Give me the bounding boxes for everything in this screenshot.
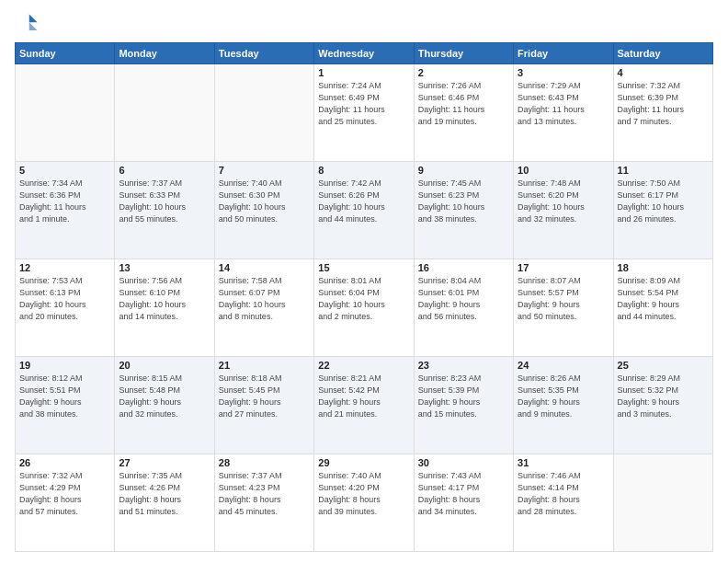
calendar-cell: 10Sunrise: 7:48 AM Sunset: 6:20 PM Dayli… (514, 162, 613, 259)
weekday-header-tuesday: Tuesday (214, 43, 313, 64)
day-info: Sunrise: 7:40 AM Sunset: 4:20 PM Dayligh… (318, 470, 409, 518)
day-info: Sunrise: 7:48 AM Sunset: 6:20 PM Dayligh… (518, 178, 609, 225)
calendar-cell (214, 64, 313, 162)
day-number: 19 (19, 360, 110, 371)
day-number: 9 (418, 165, 509, 176)
day-number: 7 (219, 165, 310, 176)
calendar-week-1: 1Sunrise: 7:24 AM Sunset: 6:49 PM Daylig… (16, 64, 713, 162)
day-number: 30 (418, 457, 509, 468)
day-number: 26 (19, 457, 110, 468)
weekday-header-friday: Friday (514, 43, 613, 64)
calendar-cell: 7Sunrise: 7:40 AM Sunset: 6:30 PM Daylig… (214, 162, 313, 259)
calendar-table: SundayMondayTuesdayWednesdayThursdayFrid… (15, 42, 713, 552)
calendar-week-4: 19Sunrise: 8:12 AM Sunset: 5:51 PM Dayli… (16, 357, 713, 454)
day-info: Sunrise: 7:46 AM Sunset: 4:14 PM Dayligh… (518, 470, 609, 518)
day-info: Sunrise: 7:26 AM Sunset: 6:46 PM Dayligh… (418, 80, 509, 128)
day-info: Sunrise: 7:35 AM Sunset: 4:26 PM Dayligh… (119, 470, 210, 518)
day-number: 2 (418, 67, 509, 78)
weekday-header-row: SundayMondayTuesdayWednesdayThursdayFrid… (16, 43, 713, 64)
calendar-cell: 26Sunrise: 7:32 AM Sunset: 4:29 PM Dayli… (16, 454, 115, 552)
day-number: 28 (219, 457, 310, 468)
day-number: 10 (518, 165, 609, 176)
calendar-cell: 4Sunrise: 7:32 AM Sunset: 6:39 PM Daylig… (613, 64, 712, 162)
calendar-cell (16, 64, 115, 162)
weekday-header-thursday: Thursday (414, 43, 513, 64)
day-number: 27 (119, 457, 210, 468)
day-number: 13 (119, 262, 210, 273)
calendar-cell (613, 454, 712, 552)
day-info: Sunrise: 7:50 AM Sunset: 6:17 PM Dayligh… (618, 178, 709, 225)
calendar-cell: 22Sunrise: 8:21 AM Sunset: 5:42 PM Dayli… (314, 357, 414, 454)
calendar-week-2: 5Sunrise: 7:34 AM Sunset: 6:36 PM Daylig… (16, 162, 713, 259)
calendar-cell: 2Sunrise: 7:26 AM Sunset: 6:46 PM Daylig… (414, 64, 513, 162)
calendar-cell: 25Sunrise: 8:29 AM Sunset: 5:32 PM Dayli… (613, 357, 712, 454)
day-info: Sunrise: 8:29 AM Sunset: 5:32 PM Dayligh… (618, 373, 709, 420)
calendar-cell (115, 64, 214, 162)
day-info: Sunrise: 7:53 AM Sunset: 6:13 PM Dayligh… (19, 275, 110, 323)
day-info: Sunrise: 7:32 AM Sunset: 4:29 PM Dayligh… (19, 470, 110, 518)
day-number: 18 (618, 262, 709, 273)
day-number: 5 (19, 165, 110, 176)
calendar-cell: 31Sunrise: 7:46 AM Sunset: 4:14 PM Dayli… (514, 454, 613, 552)
day-number: 12 (19, 262, 110, 273)
day-number: 25 (618, 360, 709, 371)
day-info: Sunrise: 8:26 AM Sunset: 5:35 PM Dayligh… (518, 373, 609, 420)
calendar-cell: 16Sunrise: 8:04 AM Sunset: 6:01 PM Dayli… (414, 259, 513, 357)
day-info: Sunrise: 8:04 AM Sunset: 6:01 PM Dayligh… (418, 275, 509, 323)
svg-marker-1 (29, 22, 38, 30)
page: SundayMondayTuesdayWednesdayThursdayFrid… (0, 0, 728, 563)
day-info: Sunrise: 7:43 AM Sunset: 4:17 PM Dayligh… (418, 470, 509, 518)
day-number: 22 (318, 360, 409, 371)
day-info: Sunrise: 7:58 AM Sunset: 6:07 PM Dayligh… (219, 275, 310, 323)
day-number: 29 (318, 457, 409, 468)
calendar-cell: 11Sunrise: 7:50 AM Sunset: 6:17 PM Dayli… (613, 162, 712, 259)
day-info: Sunrise: 8:09 AM Sunset: 5:54 PM Dayligh… (618, 275, 709, 323)
day-info: Sunrise: 7:29 AM Sunset: 6:43 PM Dayligh… (518, 80, 609, 128)
calendar-cell: 21Sunrise: 8:18 AM Sunset: 5:45 PM Dayli… (214, 357, 313, 454)
calendar-cell: 30Sunrise: 7:43 AM Sunset: 4:17 PM Dayli… (414, 454, 513, 552)
calendar-cell: 20Sunrise: 8:15 AM Sunset: 5:48 PM Dayli… (115, 357, 214, 454)
day-number: 21 (219, 360, 310, 371)
day-info: Sunrise: 8:12 AM Sunset: 5:51 PM Dayligh… (19, 373, 110, 420)
day-info: Sunrise: 7:34 AM Sunset: 6:36 PM Dayligh… (19, 178, 110, 225)
svg-marker-0 (29, 15, 38, 23)
logo (15, 11, 44, 37)
day-number: 24 (518, 360, 609, 371)
weekday-header-saturday: Saturday (613, 43, 712, 64)
weekday-header-monday: Monday (115, 43, 214, 64)
day-info: Sunrise: 7:37 AM Sunset: 4:23 PM Dayligh… (219, 470, 310, 518)
day-number: 15 (318, 262, 409, 273)
header (15, 11, 713, 37)
calendar-cell: 18Sunrise: 8:09 AM Sunset: 5:54 PM Dayli… (613, 259, 712, 357)
calendar-cell: 12Sunrise: 7:53 AM Sunset: 6:13 PM Dayli… (16, 259, 115, 357)
calendar-week-3: 12Sunrise: 7:53 AM Sunset: 6:13 PM Dayli… (16, 259, 713, 357)
day-number: 31 (518, 457, 609, 468)
day-info: Sunrise: 8:18 AM Sunset: 5:45 PM Dayligh… (219, 373, 310, 420)
day-number: 3 (518, 67, 609, 78)
day-number: 4 (618, 67, 709, 78)
calendar-cell: 5Sunrise: 7:34 AM Sunset: 6:36 PM Daylig… (16, 162, 115, 259)
weekday-header-sunday: Sunday (16, 43, 115, 64)
day-info: Sunrise: 8:23 AM Sunset: 5:39 PM Dayligh… (418, 373, 509, 420)
day-number: 17 (518, 262, 609, 273)
day-info: Sunrise: 7:56 AM Sunset: 6:10 PM Dayligh… (119, 275, 210, 323)
day-info: Sunrise: 7:32 AM Sunset: 6:39 PM Dayligh… (618, 80, 709, 128)
day-number: 8 (318, 165, 409, 176)
weekday-header-wednesday: Wednesday (314, 43, 414, 64)
calendar-cell: 6Sunrise: 7:37 AM Sunset: 6:33 PM Daylig… (115, 162, 214, 259)
day-info: Sunrise: 7:24 AM Sunset: 6:49 PM Dayligh… (318, 80, 409, 128)
day-info: Sunrise: 7:40 AM Sunset: 6:30 PM Dayligh… (219, 178, 310, 225)
day-number: 20 (119, 360, 210, 371)
calendar-cell: 17Sunrise: 8:07 AM Sunset: 5:57 PM Dayli… (514, 259, 613, 357)
calendar-cell: 24Sunrise: 8:26 AM Sunset: 5:35 PM Dayli… (514, 357, 613, 454)
day-info: Sunrise: 8:21 AM Sunset: 5:42 PM Dayligh… (318, 373, 409, 420)
calendar-cell: 3Sunrise: 7:29 AM Sunset: 6:43 PM Daylig… (514, 64, 613, 162)
calendar-cell: 8Sunrise: 7:42 AM Sunset: 6:26 PM Daylig… (314, 162, 414, 259)
logo-icon (15, 11, 40, 37)
day-number: 6 (119, 165, 210, 176)
calendar-cell: 15Sunrise: 8:01 AM Sunset: 6:04 PM Dayli… (314, 259, 414, 357)
day-info: Sunrise: 8:15 AM Sunset: 5:48 PM Dayligh… (119, 373, 210, 420)
day-number: 11 (618, 165, 709, 176)
calendar-cell: 9Sunrise: 7:45 AM Sunset: 6:23 PM Daylig… (414, 162, 513, 259)
calendar-cell: 14Sunrise: 7:58 AM Sunset: 6:07 PM Dayli… (214, 259, 313, 357)
